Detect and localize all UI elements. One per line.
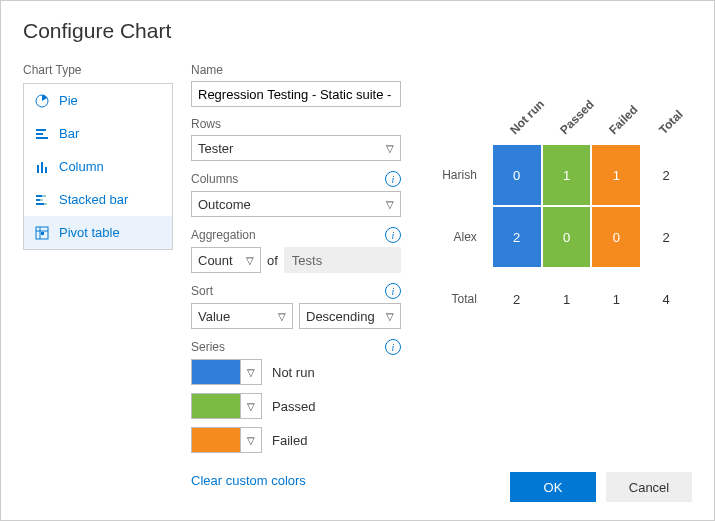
chart-type-label: Pivot table [59,225,120,240]
series-color-select[interactable]: ▽ [191,427,262,453]
aggregation-of: of [267,253,278,268]
pivot-col-header: Not run [493,85,541,143]
svg-rect-4 [37,165,39,173]
series-item: ▽Failed [191,427,401,453]
svg-rect-3 [36,137,48,139]
pivot-col-total: 2 [493,269,541,329]
name-input[interactable] [191,81,401,107]
svg-rect-1 [36,129,46,131]
aggregation-static: Tests [284,247,401,273]
series-label: Failed [272,433,307,448]
aggregation-label: Aggregation [191,228,256,242]
color-swatch [192,428,240,452]
ok-button[interactable]: OK [510,472,596,502]
chevron-down-icon: ▽ [278,311,286,322]
pie-icon [34,93,49,108]
pivot-cell: 1 [543,145,591,205]
color-swatch [192,394,240,418]
chart-type-stacked-bar[interactable]: Stacked bar [24,183,172,216]
sort-by-select[interactable]: Value▽ [191,303,293,329]
info-icon[interactable]: i [385,283,401,299]
series-label: Not run [272,365,315,380]
chevron-down-icon: ▽ [240,394,261,418]
chart-type-label: Chart Type [23,63,173,77]
column-icon [34,159,49,174]
pivot-cell: 2 [493,207,541,267]
pivot-cell: 0 [543,207,591,267]
svg-rect-2 [36,133,43,135]
svg-rect-6 [45,167,47,173]
chart-type-pie[interactable]: Pie [24,84,172,117]
chevron-down-icon: ▽ [240,360,261,384]
pivot-preview: Not runPassedFailedTotalHarish0112Alex20… [419,83,692,331]
color-swatch [192,360,240,384]
rows-select[interactable]: Tester▽ [191,135,401,161]
aggregation-select[interactable]: Count▽ [191,247,261,273]
pivot-col-header: Total [642,85,690,143]
pivot-col-header: Passed [543,85,591,143]
chart-type-bar[interactable]: Bar [24,117,172,150]
chevron-down-icon: ▽ [386,199,394,210]
chart-type-label: Bar [59,126,79,141]
configure-chart-dialog: Configure Chart Chart Type PieBarColumnS… [0,0,715,521]
series-list: ▽Not run▽Passed▽Failed [191,359,401,453]
svg-rect-9 [36,199,40,201]
sort-dir-select[interactable]: Descending▽ [299,303,401,329]
pivot-cell: 0 [592,207,640,267]
chart-type-label: Stacked bar [59,192,128,207]
chart-type-label: Column [59,159,104,174]
pivot-row-header: Harish [421,145,491,205]
pivot-row-header: Alex [421,207,491,267]
series-item: ▽Not run [191,359,401,385]
series-label: Passed [272,399,315,414]
pivot-cell: 0 [493,145,541,205]
cancel-button[interactable]: Cancel [606,472,692,502]
svg-rect-8 [42,195,46,197]
series-color-select[interactable]: ▽ [191,359,262,385]
svg-rect-12 [44,203,47,205]
dialog-title: Configure Chart [23,19,692,43]
pivot-col-total: 4 [642,269,690,329]
pivot-cell: 1 [592,145,640,205]
chevron-down-icon: ▽ [386,311,394,322]
pivot-table-icon [34,225,49,240]
svg-rect-5 [41,162,43,173]
series-label: Series [191,340,225,354]
bar-icon [34,126,49,141]
svg-rect-16 [41,232,44,235]
chart-type-column[interactable]: Column [24,150,172,183]
info-icon[interactable]: i [385,171,401,187]
sort-label: Sort [191,284,213,298]
chevron-down-icon: ▽ [386,143,394,154]
clear-custom-colors-link[interactable]: Clear custom colors [191,473,401,488]
name-label: Name [191,63,223,77]
svg-rect-10 [40,199,43,201]
svg-rect-7 [36,195,42,197]
info-icon[interactable]: i [385,227,401,243]
pivot-col-header: Failed [592,85,640,143]
columns-label: Columns [191,172,238,186]
chevron-down-icon: ▽ [246,255,254,266]
chevron-down-icon: ▽ [240,428,261,452]
dialog-footer: OK Cancel [510,472,692,502]
series-item: ▽Passed [191,393,401,419]
chart-type-label: Pie [59,93,78,108]
pivot-row-total: 2 [642,145,690,205]
chart-type-pivot-table[interactable]: Pivot table [24,216,172,249]
chart-type-list: PieBarColumnStacked barPivot table [23,83,173,250]
pivot-col-total: 1 [543,269,591,329]
pivot-total-label: Total [421,269,491,329]
columns-select[interactable]: Outcome▽ [191,191,401,217]
series-color-select[interactable]: ▽ [191,393,262,419]
pivot-row-total: 2 [642,207,690,267]
svg-rect-11 [36,203,44,205]
pivot-col-total: 1 [592,269,640,329]
rows-label: Rows [191,117,221,131]
info-icon[interactable]: i [385,339,401,355]
stacked-bar-icon [34,192,49,207]
